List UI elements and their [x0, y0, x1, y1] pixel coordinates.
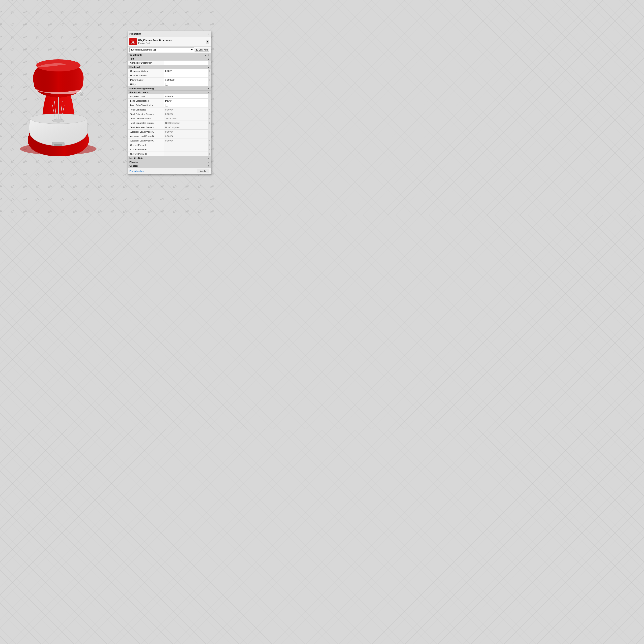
prop-scroll-btn-19[interactable]: ⋮ [208, 152, 211, 156]
prop-scroll-btn-18[interactable]: ⋮ [208, 147, 211, 152]
prop-utility: Utility ⋮ [128, 82, 211, 87]
section-general[interactable]: General ▼ [128, 164, 211, 168]
prop-scroll-btn-8[interactable]: ⋮ [208, 103, 211, 107]
panel-footer: Properties help Apply [128, 168, 211, 174]
prop-total-estimated-demand-label: Total Estimated Demand [128, 112, 164, 116]
section-electrical[interactable]: Electrical ▲ [128, 65, 211, 69]
prop-connector-voltage-label: Connector Voltage [128, 69, 164, 73]
section-general-label: General [129, 165, 138, 167]
load-sub-class-checkbox[interactable] [165, 104, 168, 106]
section-constraints-label: Constraints [129, 54, 142, 56]
item-info: RD_Kitchen Food Proccessor Empire Red [138, 39, 204, 44]
properties-help-link[interactable]: Properties help [129, 170, 144, 172]
panel-scroll-area[interactable]: Constraints ▲ ▼ Text ▲ Connector Descrip… [128, 53, 211, 168]
prop-total-connected-current-value: Not Computed [164, 121, 208, 125]
prop-connector-description-label: Connector Description [128, 61, 164, 65]
prop-current-phase-b: Current Phase B ⋮ [128, 147, 211, 152]
prop-total-connected-current-label: Total Connected Current [128, 121, 164, 125]
prop-current-phase-c-label: Current Phase C [128, 152, 164, 156]
prop-utility-value[interactable] [164, 82, 208, 86]
prop-load-classification-label: Load Classification [128, 99, 164, 103]
prop-apparent-load-phase-c-value: 0.00 VA [164, 138, 208, 143]
prop-number-of-poles-value[interactable]: 1 [164, 73, 208, 77]
prop-current-phase-a-label: Current Phase A [128, 143, 164, 147]
apply-button[interactable]: Apply [197, 169, 209, 173]
section-constraints-collapse: ▲ ▼ [205, 54, 209, 56]
section-identity-data[interactable]: Identity Data ▼ [128, 156, 211, 160]
prop-current-phase-a-value [164, 143, 208, 147]
mixer-illustration: RD STUDIO [10, 32, 107, 163]
section-identity-data-label: Identity Data [129, 157, 143, 159]
section-electrical-label: Electrical [129, 66, 140, 68]
prop-total-demand-factor: Total Demand Factor 100.0000% ⋮ [128, 116, 211, 121]
prop-scroll-btn-13[interactable]: ⋮ [208, 125, 211, 129]
prop-scroll-btn-12[interactable]: ⋮ [208, 121, 211, 125]
properties-panel: Properties × RD_Kitchen Food Proccessor … [128, 31, 211, 174]
prop-scroll-btn-7[interactable]: ⋮ [208, 99, 211, 103]
item-icon [129, 38, 137, 45]
section-phasing[interactable]: Phasing ▼ [128, 160, 211, 164]
section-text-collapse: ▲ [207, 58, 209, 60]
svg-point-20 [133, 43, 135, 43]
edit-type-icon: ⊞ [196, 49, 198, 51]
section-electrical-engineering[interactable]: Electrical Engineering ▼ [128, 87, 211, 90]
section-text[interactable]: Text ▲ [128, 57, 211, 61]
panel-title: Properties [129, 33, 141, 35]
prop-apparent-load-label: Apparent Load [128, 94, 164, 98]
prop-number-of-poles-label: Number of Poles [128, 73, 164, 77]
prop-scroll-btn-6[interactable]: ⋮ [208, 94, 211, 98]
prop-scroll-btn-9[interactable]: ⋮ [208, 107, 211, 112]
prop-total-estimated-demand-2-label: Total Estimated Demand ... [128, 125, 164, 129]
prop-load-sub-classification: Load Sub-Classification ... ⋮ [128, 103, 211, 107]
prop-number-of-poles: Number of Poles 1 ⋮ [128, 73, 211, 78]
prop-total-connected-label: Total Connected [128, 107, 164, 112]
prop-apparent-load-phase-a-value: 0.00 VA [164, 130, 208, 134]
prop-scroll-btn[interactable]: ⋮ [208, 61, 211, 65]
prop-current-phase-c: Current Phase C ⋮ [128, 152, 211, 156]
item-name: RD_Kitchen Food Proccessor [138, 39, 204, 42]
prop-apparent-load-phase-b-value: 0.00 VA [164, 134, 208, 138]
prop-load-classification-value[interactable]: Power [164, 99, 208, 103]
section-electrical-loads[interactable]: Electrical - Loads ▲ [128, 90, 211, 94]
prop-apparent-load-phase-c-label: Apparent Load Phase C [128, 138, 164, 143]
prop-apparent-load-phase-a: Apparent Load Phase A 0.00 VA ⋮ [128, 130, 211, 134]
prop-total-connected: Total Connected 0.00 VA ⋮ [128, 107, 211, 112]
prop-connector-voltage-value[interactable]: 0.00 V [164, 69, 208, 73]
svg-rect-17 [131, 40, 133, 41]
svg-point-4 [80, 93, 83, 96]
section-electrical-engineering-label: Electrical Engineering [129, 87, 154, 90]
svg-point-18 [131, 43, 132, 44]
section-phasing-label: Phasing [129, 161, 138, 163]
close-button[interactable]: × [208, 32, 209, 36]
prop-scroll-btn-17[interactable]: ⋮ [208, 143, 211, 147]
prop-total-connected-value: 0.00 VA [164, 107, 208, 112]
prop-scroll-btn-14[interactable]: ⋮ [208, 130, 211, 134]
type-selector[interactable]: Electrical Equipment (1) [129, 47, 194, 52]
prop-connector-description-value[interactable] [164, 61, 208, 65]
utility-checkbox[interactable] [165, 83, 168, 86]
section-constraints[interactable]: Constraints ▲ ▼ [128, 53, 211, 57]
prop-scroll-btn-16[interactable]: ⋮ [208, 138, 211, 143]
prop-apparent-load-value[interactable]: 0.00 VA [164, 94, 208, 98]
prop-total-demand-factor-value: 100.0000% [164, 116, 208, 121]
prop-load-classification: Load Classification Power ⋮ [128, 99, 211, 103]
prop-apparent-load-phase-a-label: Apparent Load Phase A [128, 130, 164, 134]
prop-scroll-btn-3[interactable]: ⋮ [208, 73, 211, 77]
panel-dropdown-button[interactable]: ▼ [206, 40, 209, 43]
prop-scroll-btn-4[interactable]: ⋮ [208, 78, 211, 82]
prop-scroll-btn-10[interactable]: ⋮ [208, 112, 211, 116]
prop-scroll-btn-11[interactable]: ⋮ [208, 116, 211, 121]
svg-rect-15 [54, 144, 62, 146]
prop-scroll-btn-2[interactable]: ⋮ [208, 69, 211, 73]
prop-scroll-btn-15[interactable]: ⋮ [208, 134, 211, 138]
item-subtitle: Empire Red [138, 42, 204, 44]
prop-apparent-load-phase-c: Apparent Load Phase C 0.00 VA ⋮ [128, 138, 211, 143]
prop-power-factor-value[interactable]: 1.000000 [164, 78, 208, 82]
section-general-collapse: ▼ [207, 165, 209, 167]
edit-type-button[interactable]: ⊞ Edit Type [195, 48, 209, 52]
svg-point-13 [52, 119, 64, 122]
prop-power-factor: Power Factor 1.000000 ⋮ [128, 78, 211, 82]
prop-load-sub-classification-value[interactable] [164, 103, 208, 107]
prop-scroll-btn-5[interactable]: ⋮ [208, 82, 211, 86]
section-phasing-collapse: ▼ [207, 161, 209, 163]
